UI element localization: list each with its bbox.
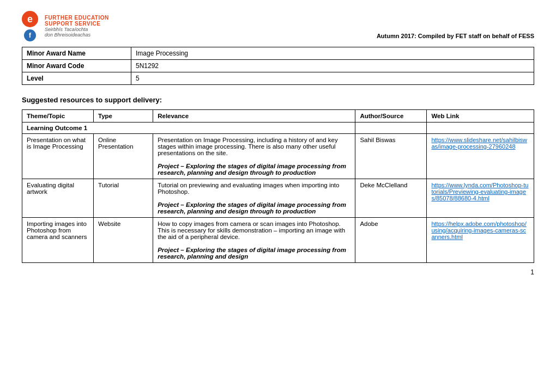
relevance-bold-1: Project – Exploring the stages of digita…: [158, 163, 346, 176]
logo-area: e f FURTHER EDUCATION SUPPORT SERVICE Se…: [22, 11, 109, 41]
relevance-normal-3: How to copy images from camera or scan i…: [158, 220, 345, 240]
web-link-2[interactable]: https://www.lynda.com/Photoshop-tutorial…: [431, 182, 528, 201]
logo-f-icon: f: [24, 29, 36, 41]
relevance-bold-3: Project – Exploring the stages of digita…: [158, 247, 346, 260]
relevance-cell-3: How to copy images from camera or scan i…: [153, 218, 355, 263]
relevance-bold-2: Project – Exploring the stages of digita…: [158, 201, 346, 215]
page-number: 1: [22, 268, 534, 276]
value-level: 5: [131, 72, 534, 85]
col-header-relevance: Relevance: [153, 110, 355, 122]
value-minor-award-code: 5N1292: [131, 60, 534, 72]
label-minor-award-code: Minor Award Code: [22, 60, 131, 72]
author-cell-1: Sahil Biswas: [355, 134, 427, 179]
page-header: e f FURTHER EDUCATION SUPPORT SERVICE Se…: [22, 11, 534, 41]
type-cell-2: Tutorial: [94, 179, 153, 218]
value-minor-award-name: Image Processing: [131, 47, 534, 60]
compiled-by-text: Autumn 2017: Compiled by FET staff on be…: [377, 33, 534, 39]
table-row: Presentation on what is Image Processing…: [22, 134, 534, 179]
logo-line1: FURTHER EDUCATION: [45, 15, 109, 21]
table-row: Minor Award Code 5N1292: [22, 60, 534, 72]
table-row: Evaluating digital artwork Tutorial Tuto…: [22, 179, 534, 218]
logo-line4: don Bhreisoideachas: [45, 32, 109, 38]
web-link-3[interactable]: https://helpx.adobe.com/photoshop/using/…: [431, 220, 526, 240]
logo-circles: e f: [22, 11, 38, 41]
logo-line3: Seirbhís Tacaíochta: [45, 27, 109, 32]
logo-text: FURTHER EDUCATION SUPPORT SERVICE Seirbh…: [45, 15, 109, 38]
author-cell-3: Adobe: [355, 218, 427, 263]
table-row: Importing images into Photoshop from cam…: [22, 218, 534, 263]
resources-table: Theme/Topic Type Relevance Author/Source…: [22, 109, 534, 263]
theme-cell-2: Evaluating digital artwork: [22, 179, 94, 218]
theme-cell-1: Presentation on what is Image Processing: [22, 134, 94, 179]
table-row: Minor Award Name Image Processing: [22, 47, 534, 60]
relevance-cell-2: Tutorial on previewing and evaluating im…: [153, 179, 355, 218]
relevance-normal-1: Presentation on Image Processing, includ…: [158, 137, 338, 156]
col-header-author: Author/Source: [355, 110, 427, 122]
weblink-cell-1: https://www.slideshare.net/sahilbiswas/i…: [427, 134, 534, 179]
table-row: Level 5: [22, 72, 534, 85]
section-heading: Suggested resources to support delivery:: [22, 96, 534, 104]
learning-outcome-row: Learning Outcome 1: [22, 122, 534, 134]
author-cell-2: Deke McClelland: [355, 179, 427, 218]
theme-cell-3: Importing images into Photoshop from cam…: [22, 218, 94, 263]
learning-outcome-label: Learning Outcome 1: [22, 122, 355, 134]
relevance-normal-2: Tutorial on previewing and evaluating im…: [158, 182, 339, 195]
logo-e-icon: e: [22, 11, 38, 27]
learning-outcome-author-cell: [355, 122, 427, 134]
table-header-row: Theme/Topic Type Relevance Author/Source…: [22, 110, 534, 122]
col-header-type: Type: [94, 110, 153, 122]
info-table: Minor Award Name Image Processing Minor …: [22, 47, 534, 85]
web-link-1[interactable]: https://www.slideshare.net/sahilbiswas/i…: [431, 137, 527, 150]
type-cell-1: Online Presentation: [94, 134, 153, 179]
label-minor-award-name: Minor Award Name: [22, 47, 131, 60]
col-header-weblink: Web Link: [427, 110, 534, 122]
weblink-cell-2: https://www.lynda.com/Photoshop-tutorial…: [427, 179, 534, 218]
label-level: Level: [22, 72, 131, 85]
logo-line2: SUPPORT SERVICE: [45, 21, 109, 27]
learning-outcome-weblink-cell: [427, 122, 534, 134]
weblink-cell-3: https://helpx.adobe.com/photoshop/using/…: [427, 218, 534, 263]
type-cell-3: Website: [94, 218, 153, 263]
col-header-theme: Theme/Topic: [22, 110, 94, 122]
relevance-cell-1: Presentation on Image Processing, includ…: [153, 134, 355, 179]
